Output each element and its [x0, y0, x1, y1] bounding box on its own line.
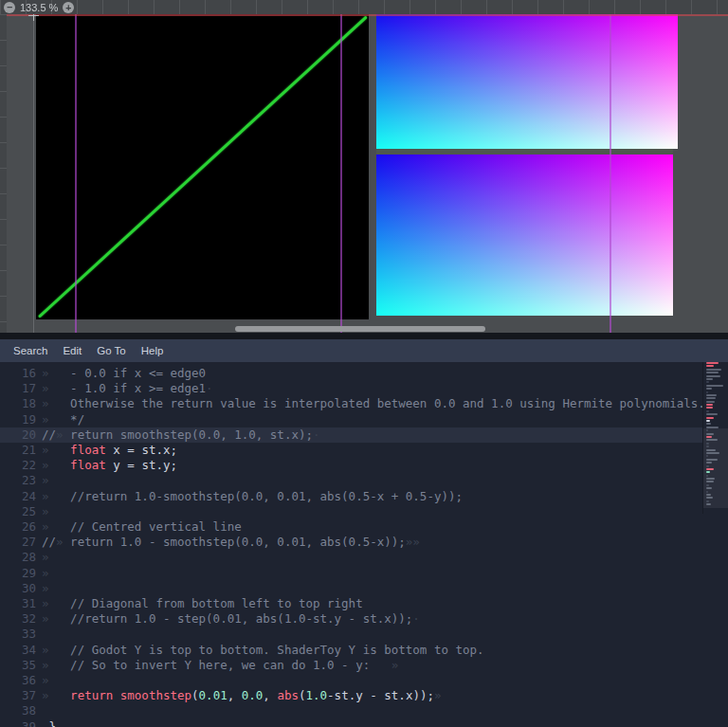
- code-line-36[interactable]: 36»: [0, 673, 728, 688]
- code-line-37[interactable]: 37» return smoothstep(0.01, 0.0, abs(1.0…: [0, 688, 728, 703]
- guide-line-vertical[interactable]: [610, 0, 611, 333]
- gradient-preview-top: [376, 11, 678, 149]
- pane-separator[interactable]: [0, 333, 728, 339]
- line-number: 30: [0, 581, 42, 596]
- line-number: 36: [0, 673, 42, 688]
- origin-axis-line: [33, 14, 34, 333]
- menu-item-edit[interactable]: Edit: [55, 343, 89, 358]
- guide-line-horizontal[interactable]: [0, 14, 728, 16]
- code-line-28[interactable]: 28»: [0, 550, 728, 565]
- code-line-19[interactable]: 19» */: [0, 412, 728, 427]
- code-line-33[interactable]: 33: [0, 627, 728, 642]
- guide-line-vertical[interactable]: [75, 0, 77, 333]
- line-number: 22: [0, 458, 42, 473]
- line-number: 38: [0, 703, 42, 718]
- line-number: 39: [0, 719, 42, 727]
- menu-item-go-to[interactable]: Go To: [89, 343, 133, 358]
- code-line-31[interactable]: 31» // Diagonal from bottom left to top …: [0, 596, 728, 611]
- line-number: 23: [0, 473, 42, 488]
- zoom-widget: − 133.5 % +: [4, 1, 74, 14]
- zoom-out-icon[interactable]: −: [4, 2, 15, 13]
- line-number: 29: [0, 566, 42, 581]
- line-number: 19: [0, 412, 42, 427]
- code-line-27[interactable]: 27//» return 1.0 - smoothstep(0.0, 0.01,…: [0, 535, 728, 550]
- code-line-18[interactable]: 18» Otherwise the return value is interp…: [0, 396, 728, 411]
- code-line-16[interactable]: 16» - 0.0 if x <= edge0: [0, 366, 728, 381]
- horizontal-scrollbar-thumb[interactable]: [235, 326, 485, 332]
- line-number: 34: [0, 643, 42, 658]
- line-number: 26: [0, 519, 42, 535]
- line-number: 33: [0, 627, 42, 642]
- code-line-23[interactable]: 23»: [0, 473, 728, 488]
- code-line-32[interactable]: 32» //return 1.0 - step(0.01, abs(1.0-st…: [0, 611, 728, 627]
- code-line-34[interactable]: 34» // Godot Y is top to bottom. ShaderT…: [0, 643, 728, 658]
- code-line-24[interactable]: 24» //return 1.0-smoothstep(0.0, 0.01, a…: [0, 489, 728, 504]
- zoom-in-icon[interactable]: +: [63, 2, 74, 13]
- line-number: 27: [0, 535, 42, 550]
- gradient-preview-bottom: [376, 154, 673, 316]
- code-line-17[interactable]: 17» - 1.0 if x >= edge1·: [0, 381, 728, 396]
- code-line-39[interactable]: 39 }: [0, 719, 728, 727]
- code-line-21[interactable]: 21» float x = st.x;: [0, 443, 728, 458]
- shader-code-editor[interactable]: 16» - 0.0 if x <= edge017» - 1.0 if x >=…: [0, 362, 728, 727]
- code-line-38[interactable]: 38: [0, 703, 728, 718]
- code-line-29[interactable]: 29»: [0, 566, 728, 581]
- line-number: 18: [0, 396, 42, 411]
- 2d-viewport-pane[interactable]: − 133.5 % +: [0, 0, 728, 333]
- code-line-30[interactable]: 30»: [0, 581, 728, 596]
- line-number: 20: [0, 427, 42, 443]
- line-number: 31: [0, 596, 42, 611]
- code-minimap[interactable]: [702, 362, 728, 514]
- line-number: 24: [0, 489, 42, 504]
- script-editor-menubar: SearchEditGo ToHelp: [0, 339, 728, 362]
- code-line-26[interactable]: 26» // Centred vertical line: [0, 519, 728, 535]
- minimap-viewport-indicator[interactable]: [703, 428, 728, 508]
- line-number: 16: [0, 366, 42, 381]
- line-number: 37: [0, 688, 42, 703]
- line-number: 28: [0, 550, 42, 565]
- menu-item-help[interactable]: Help: [134, 343, 172, 358]
- ruler-vertical: [0, 14, 7, 333]
- code-line-20[interactable]: 20//» return smoothstep(0.0, 1.0, st.x);…: [0, 427, 728, 443]
- line-number: 32: [0, 611, 42, 627]
- line-number: 35: [0, 658, 42, 673]
- godot-shader-workspace: − 133.5 % + SearchEditGo ToHelp 16» - 0.…: [0, 0, 728, 727]
- line-number: 25: [0, 504, 42, 519]
- line-number: 21: [0, 443, 42, 458]
- line-number: 17: [0, 381, 42, 396]
- zoom-level-label: 133.5 %: [20, 2, 58, 13]
- ruler-horizontal: [0, 0, 728, 14]
- guide-line-vertical[interactable]: [340, 0, 342, 333]
- code-line-25[interactable]: 25»: [0, 504, 728, 519]
- menu-item-search[interactable]: Search: [6, 343, 55, 358]
- code-line-22[interactable]: 22» float y = st.y;: [0, 458, 728, 473]
- code-line-35[interactable]: 35» // So to invert Y here, we can do 1.…: [0, 658, 728, 673]
